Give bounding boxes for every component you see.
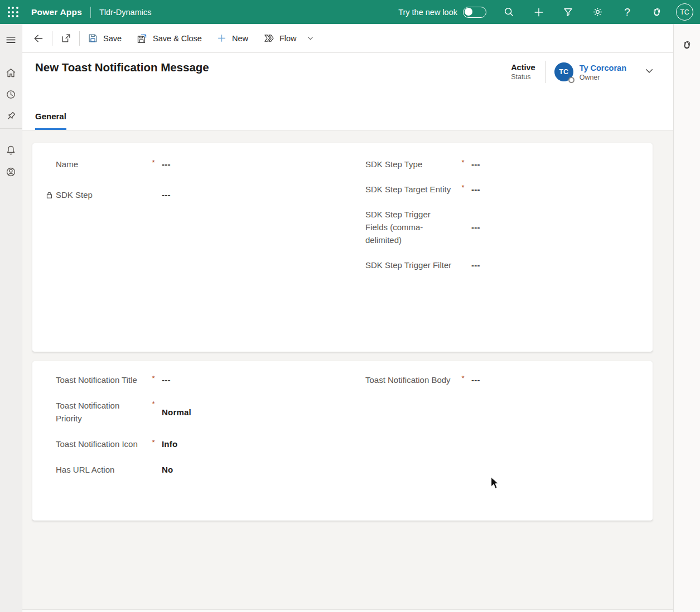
- field-row-toast-icon: Toast Notification Icon * Info: [56, 438, 330, 450]
- status-label: Status: [511, 73, 535, 81]
- field-value[interactable]: ---: [471, 375, 480, 385]
- owner-field[interactable]: TC Ty Corcoran Owner: [554, 62, 626, 81]
- save-floppy-icon: [88, 33, 98, 43]
- required-asterisk: *: [455, 183, 471, 192]
- command-separator: [79, 31, 80, 46]
- notifications-bell-icon[interactable]: [0, 144, 22, 156]
- topbar-divider: [90, 7, 91, 18]
- field-value[interactable]: ---: [471, 260, 480, 270]
- site-map-sidebar: [0, 24, 22, 612]
- field-row-toast-title: Toast Notification Title * ---: [56, 373, 330, 386]
- required-asterisk: [145, 188, 162, 189]
- back-button[interactable]: [26, 27, 51, 50]
- filter-icon[interactable]: [553, 0, 583, 24]
- field-value[interactable]: ---: [162, 159, 171, 169]
- add-icon[interactable]: [524, 0, 553, 24]
- required-asterisk: [455, 208, 471, 208]
- required-asterisk: [455, 259, 471, 259]
- command-separator: [52, 31, 52, 46]
- field-label: SDK Step: [56, 190, 93, 200]
- required-asterisk: *: [145, 438, 162, 446]
- field-value[interactable]: No: [162, 465, 173, 474]
- form-content: Name * --- SDK Step ---: [22, 130, 673, 612]
- field-value[interactable]: ---: [162, 375, 171, 385]
- header-expand-chevron-icon[interactable]: [642, 64, 656, 80]
- header-divider: [545, 61, 546, 83]
- new-look-label: Try the new look: [398, 8, 457, 17]
- status-value: Active: [511, 63, 535, 72]
- top-bar: Power Apps Tldr-Dynamics Try the new loo…: [0, 0, 700, 24]
- field-label: Name: [56, 158, 145, 171]
- required-asterisk: *: [455, 373, 471, 382]
- copilot-icon[interactable]: [642, 0, 672, 24]
- save-close-icon: [136, 32, 148, 44]
- recent-clock-icon[interactable]: [0, 89, 22, 100]
- field-label: Toast Notification Icon: [56, 438, 145, 450]
- search-icon[interactable]: [494, 0, 524, 24]
- flow-dropdown-chevron-icon[interactable]: [302, 27, 319, 50]
- field-row-sdk-step-trigger-fields: SDK Step Trigger Fields (comma-delimited…: [365, 208, 639, 246]
- field-label: SDK Step Trigger Filter: [365, 259, 455, 271]
- record-header: New Toast Notification Message Active St…: [22, 53, 673, 130]
- new-look-toggle[interactable]: [463, 7, 486, 18]
- copilot-pane-icon[interactable]: [678, 35, 697, 54]
- presence-badge-icon: [568, 77, 575, 83]
- lock-icon: [45, 190, 54, 203]
- sidebar-divider: [0, 128, 22, 129]
- field-row-sdk-step-target-entity: SDK Step Target Entity * ---: [365, 183, 639, 196]
- flow-icon: [263, 32, 274, 44]
- page-bottom-edge: [22, 609, 673, 612]
- required-asterisk: [145, 463, 162, 464]
- field-row-has-url-action: Has URL Action No: [56, 463, 330, 476]
- tab-general[interactable]: General: [35, 111, 66, 130]
- field-value[interactable]: ---: [162, 190, 171, 200]
- app-launcher-waffle-icon[interactable]: [0, 0, 26, 24]
- open-in-new-window-icon[interactable]: [53, 27, 79, 50]
- environment-name[interactable]: Tldr-Dynamics: [99, 8, 151, 17]
- field-value[interactable]: ---: [471, 222, 480, 232]
- field-label: Toast Notification Body: [365, 373, 455, 386]
- form-section-card-toast: Toast Notification Title * --- Toast Not…: [32, 361, 653, 521]
- help-icon[interactable]: ?: [612, 0, 642, 24]
- account-avatar[interactable]: TC: [676, 3, 693, 21]
- person-circle-icon[interactable]: [0, 166, 22, 178]
- plus-icon: [216, 33, 227, 43]
- app-name: Power Apps: [31, 7, 82, 17]
- field-row-sdk-step-type: SDK Step Type * ---: [365, 158, 639, 171]
- required-asterisk: *: [145, 399, 162, 408]
- hamburger-menu-icon[interactable]: [0, 34, 22, 46]
- field-value[interactable]: ---: [471, 159, 480, 169]
- field-row-name: Name * ---: [56, 158, 330, 171]
- pinned-pushpin-icon[interactable]: [0, 110, 22, 122]
- field-label: Toast Notification Title: [56, 373, 145, 386]
- field-row-toast-body: Toast Notification Body * ---: [365, 373, 639, 386]
- field-row-sdk-step: SDK Step ---: [56, 188, 330, 201]
- save-and-close-button[interactable]: Save & Close: [129, 27, 209, 50]
- required-asterisk: *: [145, 373, 162, 382]
- field-label: Has URL Action: [56, 463, 145, 476]
- settings-gear-icon[interactable]: [583, 0, 612, 24]
- field-label: SDK Step Type: [365, 158, 455, 171]
- toggle-knob: [465, 8, 472, 16]
- copilot-rail: [673, 24, 700, 612]
- save-button[interactable]: Save: [80, 27, 129, 50]
- flow-button[interactable]: Flow: [255, 27, 304, 50]
- waffle-icon: [8, 7, 18, 17]
- page-title: New Toast Notification Message: [35, 60, 209, 75]
- home-icon[interactable]: [0, 67, 22, 79]
- field-row-toast-priority: Toast Notification Priority * Normal: [56, 399, 330, 425]
- owner-label: Owner: [580, 74, 626, 81]
- required-asterisk: *: [145, 158, 162, 167]
- field-label: SDK Step Trigger Fields (comma-delimited…: [365, 208, 455, 246]
- command-bar: Save Save & Close New Flow: [22, 24, 673, 53]
- field-value[interactable]: Info: [162, 439, 177, 449]
- field-row-sdk-step-trigger-filter: SDK Step Trigger Filter ---: [365, 259, 639, 271]
- owner-avatar[interactable]: TC: [554, 62, 573, 81]
- field-value[interactable]: ---: [471, 184, 480, 194]
- form-section-card-sdk: Name * --- SDK Step ---: [32, 143, 653, 352]
- owner-name-link[interactable]: Ty Corcoran: [580, 63, 626, 73]
- field-label: SDK Step Target Entity: [365, 183, 455, 196]
- field-value[interactable]: Normal: [162, 407, 191, 417]
- field-label: Toast Notification Priority: [56, 399, 145, 425]
- new-button[interactable]: New: [209, 27, 255, 50]
